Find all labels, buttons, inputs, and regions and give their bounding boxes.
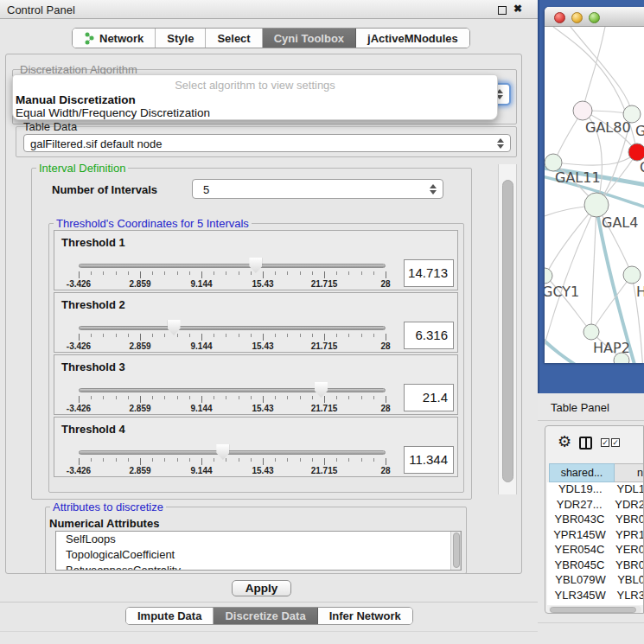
graph-node[interactable] xyxy=(623,266,641,284)
column-header-shared-name[interactable]: shared... xyxy=(549,463,615,482)
threshold-3-value-field[interactable]: 21.4 xyxy=(404,384,454,411)
threshold-2-slider-track[interactable] xyxy=(79,326,386,330)
numerical-attributes-list[interactable]: SelfLoopsTopologicalCoefficientBetweenne… xyxy=(55,531,462,571)
combo-arrows-icon xyxy=(497,138,504,149)
tick-labels: -3.4262.8599.14415.4321.71528 xyxy=(79,279,386,289)
graph-node[interactable] xyxy=(628,143,644,161)
menu-item-equal-width-discretization[interactable]: Equal Width/Frequency Discretization xyxy=(16,106,210,119)
close-icon[interactable]: ✖ xyxy=(513,3,522,15)
table-row[interactable]: YBR043CYBR0 xyxy=(547,513,644,528)
checkbox-icon[interactable]: ✓ xyxy=(601,438,609,447)
table-data-combo[interactable]: galFiltered.sif default node xyxy=(23,134,511,152)
spinner-arrows-icon xyxy=(430,184,437,194)
graph-node-label: GA xyxy=(635,123,644,139)
threshold-3-slider-track[interactable] xyxy=(79,388,386,392)
threshold-4-value-field[interactable]: 11.344 xyxy=(404,446,454,474)
tab-style[interactable]: Style xyxy=(156,29,206,48)
tick-labels: -3.4262.8599.14415.4321.71528 xyxy=(79,404,386,413)
table-body[interactable]: YDL19...YDL1YDR27...YDR2YBR043CYBR0YPR14… xyxy=(547,482,644,605)
divider xyxy=(538,622,644,623)
tab-select[interactable]: Select xyxy=(206,29,262,48)
control-panel-titlebar: Control Panel ✖ xyxy=(0,0,538,19)
threshold-4-panel: Threshold 4 -3.4262.8599.14415.4321.7152… xyxy=(54,417,458,477)
network-graph[interactable]: GAL80GACGAL11GAL4GCY1HHAP2 xyxy=(545,27,644,363)
thresholds-group-title: Threshold's Coordinates for 5 Intervals xyxy=(54,217,252,230)
graph-node-label: GAL4 xyxy=(602,214,638,231)
threshold-1-slider-track[interactable] xyxy=(79,264,386,268)
menu-item-manual-discretization[interactable]: Manual Discretization xyxy=(16,93,136,106)
table-hscrollbar-thumb[interactable] xyxy=(550,607,636,613)
split-column-icon[interactable] xyxy=(579,437,592,450)
table-row[interactable]: YBR045CYBR0 xyxy=(547,558,644,574)
graph-node[interactable] xyxy=(573,101,592,120)
table-row[interactable]: YLR345WYLR3 xyxy=(547,589,644,604)
attributes-group-title: Attributes to discretize xyxy=(50,501,166,513)
column-header-name[interactable]: na xyxy=(615,463,644,482)
table-row[interactable]: YPR145WYPR1 xyxy=(547,528,644,544)
attribute-list-item[interactable]: TopologicalCoefficient xyxy=(56,547,461,563)
table-row[interactable]: YIL053CYIL0 xyxy=(547,603,644,605)
num-intervals-spinner[interactable]: 5 xyxy=(192,179,443,199)
table-row[interactable]: YDR27...YDR2 xyxy=(547,498,644,513)
tab-jactivemnodules[interactable]: jActiveMNodules xyxy=(356,29,469,48)
panel-scrollbar-track[interactable] xyxy=(498,164,517,494)
tab-network[interactable]: Network xyxy=(73,29,156,48)
close-traffic-light-icon[interactable] xyxy=(554,12,565,23)
threshold-1-value-field[interactable]: 14.713 xyxy=(404,259,454,287)
table-panel-title: Table Panel xyxy=(551,401,609,414)
threshold-2-panel: Threshold 2 -3.4262.8599.14415.4321.7152… xyxy=(54,292,458,353)
graph-node[interactable] xyxy=(545,268,552,284)
threshold-4-slider-track[interactable] xyxy=(79,450,386,455)
graph-node-label: H xyxy=(636,284,644,300)
algorithm-dropdown-popup: Select algorithm to view settings Manual… xyxy=(12,74,498,120)
table-panel: ⚙ ✓ ✓ shared... na YDL19...YDL1YDR27...Y… xyxy=(545,425,644,614)
table-row[interactable]: YER054CYER0 xyxy=(547,543,644,558)
attributes-scrollbar-thumb[interactable] xyxy=(453,532,460,568)
divider xyxy=(0,631,538,632)
checkbox-icon[interactable]: ✓ xyxy=(611,438,620,447)
tick-labels: -3.4262.8599.14415.4321.71528 xyxy=(79,466,386,475)
threshold-1-panel: Threshold 1 -3.4262.8599.14415.4321.7152… xyxy=(54,230,458,290)
network-icon xyxy=(84,32,95,45)
attribute-list-item[interactable]: SelfLoops xyxy=(56,532,461,547)
tick-labels: -3.4262.8599.14415.4321.71528 xyxy=(79,341,386,351)
table-panel-header: Table Panel xyxy=(538,393,644,421)
table-data-title: Table Data xyxy=(21,120,80,133)
cyni-mode-tabs: Impute Data Discretize Data Infer Networ… xyxy=(125,607,413,625)
graph-node-label: GAL80 xyxy=(585,119,631,136)
graph-node-label: C xyxy=(640,159,644,175)
graph-node[interactable] xyxy=(584,193,609,217)
tab-discretize-data[interactable]: Discretize Data xyxy=(214,608,317,624)
apply-button[interactable]: Apply xyxy=(232,580,291,596)
graph-node-label: HAP2 xyxy=(593,340,630,356)
attributes-scrollbar-track[interactable] xyxy=(450,532,461,570)
num-intervals-label: Number of Intervals xyxy=(52,183,157,196)
table-row[interactable]: YDL19...YDL1 xyxy=(547,482,644,498)
zoom-traffic-light-icon[interactable] xyxy=(589,12,600,23)
divider xyxy=(0,602,538,603)
table-hscrollbar-track[interactable] xyxy=(549,606,641,613)
cytoscape-panel-tabs: Network Style Select Cyni Toolbox jActiv… xyxy=(72,28,470,48)
table-row[interactable]: YBL079WYBL0 xyxy=(547,573,644,589)
window-title: Control Panel xyxy=(7,3,75,16)
algorithm-hint: Select algorithm to view settings xyxy=(13,79,497,92)
network-view-window[interactable]: GAL80GACGAL11GAL4GCY1HHAP2 xyxy=(545,7,644,363)
panel-scrollbar-thumb[interactable] xyxy=(502,180,513,482)
graph-node-label: GAL11 xyxy=(555,169,601,186)
minimize-traffic-light-icon[interactable] xyxy=(571,12,583,23)
gear-icon[interactable]: ⚙ xyxy=(558,434,571,450)
attribute-list-item[interactable]: BetweennessCentrality xyxy=(56,563,461,571)
network-window-titlebar[interactable] xyxy=(545,7,644,27)
numerical-attributes-label: Numerical Attributes xyxy=(49,517,159,530)
graph-node-label: GCY1 xyxy=(545,284,579,300)
threshold-2-value-field[interactable]: 6.316 xyxy=(404,322,454,349)
tab-infer-network[interactable]: Infer Network xyxy=(318,608,412,624)
threshold-3-panel: Threshold 3 -3.4262.8599.14415.4321.7152… xyxy=(54,354,458,415)
table-header-row: shared... na xyxy=(549,463,644,482)
interval-definition-title: Interval Definition xyxy=(36,162,128,175)
graph-node[interactable] xyxy=(545,154,562,171)
tab-impute-data[interactable]: Impute Data xyxy=(126,608,214,624)
float-window-icon[interactable] xyxy=(498,6,507,15)
tab-cyni-toolbox[interactable]: Cyni Toolbox xyxy=(263,29,356,48)
graph-node[interactable] xyxy=(583,324,599,340)
